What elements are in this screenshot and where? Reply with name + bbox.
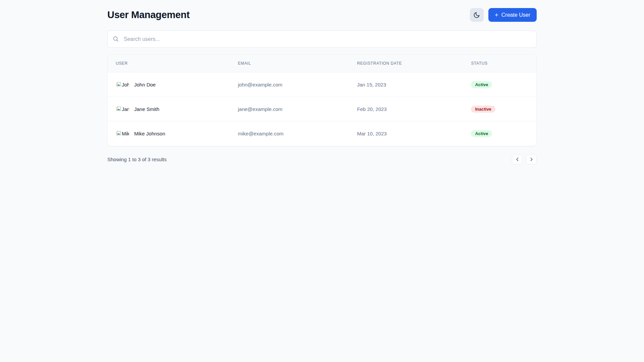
next-page-button[interactable] — [526, 154, 537, 165]
users-table-card: User Email Registration Date Status — [107, 54, 537, 146]
avatar: Jane Smith — [116, 102, 129, 116]
user-cell: Mike Johnson Mike Johnson — [108, 121, 230, 146]
user-name: John Doe — [134, 82, 156, 87]
user-cell: Jane Smith Jane Smith — [108, 97, 230, 121]
registration-date-cell: Feb 20, 2023 — [349, 97, 463, 121]
status-cell: Active — [463, 121, 536, 146]
avatar: John Doe — [116, 78, 129, 91]
table-row: John Doe John Doe john@example.com Jan 1… — [108, 72, 536, 97]
registration-date-cell: Jan 15, 2023 — [349, 72, 463, 97]
broken-image-icon — [116, 82, 121, 87]
create-user-button[interactable]: + Create User — [488, 8, 537, 22]
theme-toggle-button[interactable] — [470, 8, 484, 22]
page-title: User Management — [107, 9, 190, 20]
table-header-row: User Email Registration Date Status — [108, 55, 536, 72]
table-footer: Showing 1 to 3 of 3 results — [107, 154, 537, 165]
email-cell: john@example.com — [230, 72, 349, 97]
previous-page-button[interactable] — [512, 154, 523, 165]
user-management-page: User Management + Create User — [107, 0, 537, 165]
create-user-label: Create User — [501, 12, 530, 18]
broken-image-icon — [116, 106, 121, 112]
avatar-alt-text: John Doe — [122, 82, 129, 87]
broken-image-icon — [116, 131, 121, 136]
user-name: Jane Smith — [134, 106, 159, 112]
table-row: Jane Smith Jane Smith jane@example.com F… — [108, 97, 536, 121]
registration-date-cell: Mar 10, 2023 — [349, 121, 463, 146]
avatar-alt-text: Jane Smith — [122, 106, 129, 112]
email-cell: jane@example.com — [230, 97, 349, 121]
search-bar — [107, 31, 537, 48]
avatar: Mike Johnson — [116, 127, 129, 140]
column-header-registration-date: Registration Date — [349, 55, 463, 72]
plus-icon: + — [495, 12, 498, 18]
column-header-email: Email — [230, 55, 349, 72]
moon-icon — [473, 12, 480, 18]
header-actions: + Create User — [470, 8, 537, 22]
status-badge: Active — [471, 130, 492, 137]
status-badge: Inactive — [471, 106, 495, 113]
page-header: User Management + Create User — [107, 8, 537, 22]
results-summary: Showing 1 to 3 of 3 results — [107, 157, 167, 162]
user-cell: John Doe John Doe — [108, 72, 230, 97]
table-row: Mike Johnson Mike Johnson mike@example.c… — [108, 121, 536, 146]
search-icon — [113, 36, 119, 42]
column-header-status: Status — [463, 55, 536, 72]
column-header-user: User — [108, 55, 230, 72]
chevron-right-icon — [529, 157, 534, 162]
chevron-left-icon — [515, 157, 520, 162]
users-table: User Email Registration Date Status — [108, 55, 536, 146]
search-input[interactable] — [107, 31, 537, 48]
user-name: Mike Johnson — [134, 131, 165, 136]
status-cell: Active — [463, 72, 536, 97]
status-cell: Inactive — [463, 97, 536, 121]
avatar-alt-text: Mike Johnson — [122, 131, 129, 136]
email-cell: mike@example.com — [230, 121, 349, 146]
pagination — [512, 154, 537, 165]
status-badge: Active — [471, 81, 492, 88]
